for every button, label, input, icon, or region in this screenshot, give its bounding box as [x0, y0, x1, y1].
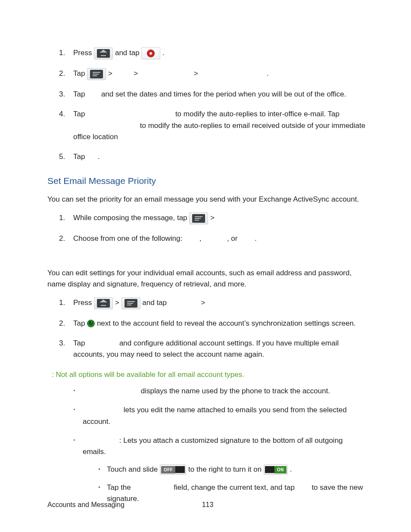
step-1: Press > and tap > [67, 297, 368, 309]
home-icon [94, 47, 113, 59]
text: . [162, 49, 165, 57]
text: Tap [73, 69, 87, 78]
step-3: Tap and set the dates and times for the … [67, 89, 368, 100]
text: > [108, 69, 115, 78]
text: . [267, 69, 269, 78]
menu-list-icon [87, 68, 106, 80]
text: Choose from one of the following: [73, 234, 184, 243]
text: and configure additional account setting… [73, 339, 339, 358]
step-3: Tap and configure additional account set… [67, 338, 368, 361]
text: Tap [73, 90, 87, 98]
step-2: Tap > > > . [67, 68, 368, 80]
bullet-your-name: lets you edit the name attached to email… [73, 404, 368, 427]
text: , or [227, 234, 240, 243]
sync-icon [87, 320, 95, 327]
text: : Lets you attach a customized signature… [83, 436, 343, 456]
text: Tap [73, 152, 87, 161]
text: Press [73, 299, 94, 307]
toggle-on-label: ON [274, 466, 286, 474]
text: Tap [73, 339, 87, 347]
bullet-account-name: displays the name used by the phone to t… [73, 386, 368, 397]
step-1: Press and tap . [67, 47, 368, 59]
text: displays the name used by the phone to t… [141, 387, 330, 395]
step-1: While composing the message, tap > [67, 212, 368, 224]
app-red-circle-icon [141, 47, 160, 59]
text: lets you edit the name attached to email… [83, 406, 347, 425]
text: , [199, 234, 203, 243]
step-5: Tap . [67, 151, 368, 162]
text: While composing the message, tap [73, 214, 189, 222]
home-icon [94, 297, 113, 309]
bullet-list: displays the name used by the phone to t… [47, 386, 368, 505]
text: > [115, 299, 121, 307]
text: Tap the [107, 483, 133, 492]
text: . [290, 465, 292, 473]
text: > [201, 299, 206, 307]
text: to modify the auto-replies to inter-offi… [175, 110, 339, 118]
text: > [210, 214, 215, 222]
text: field, change the current text, and tap [174, 483, 296, 492]
paragraph: You can edit settings for your individua… [47, 268, 368, 290]
text: and tap [115, 49, 141, 57]
text: > [194, 69, 200, 78]
step-2: Tap next to the account field to reveal … [67, 318, 368, 329]
note-text: Not all options will be available for al… [54, 370, 244, 379]
text: to modify the auto-replies to email rece… [73, 121, 365, 141]
steps-list-1: Press and tap . Tap > > > . Ta [47, 47, 368, 163]
steps-list-2: While composing the message, tap > Choos… [47, 212, 368, 244]
text: and tap [142, 299, 168, 307]
toggle-knob [175, 466, 185, 473]
text: > [134, 69, 140, 78]
page-number: 113 [202, 500, 214, 510]
heading-set-priority: Set Email Message Priority [47, 174, 368, 188]
bullet-signature: : Lets you attach a customized signature… [73, 435, 368, 505]
paragraph: You can set the priority for an email me… [47, 194, 368, 205]
text: next to the account field to reveal the … [97, 319, 356, 327]
step-4: Tap to modify the auto-replies to inter-… [67, 109, 368, 143]
menu-list-icon [189, 212, 208, 224]
text: Tap [73, 319, 87, 327]
footer-section-title: Accounts and Messaging [47, 501, 125, 508]
text: . [255, 234, 257, 243]
text: Tap [73, 110, 87, 118]
step-2: Choose from one of the following: , , or… [67, 233, 368, 244]
sub-bullet-toggle: Touch and slide OFF to the right to turn… [98, 464, 368, 475]
sub-bullet-list: Touch and slide OFF to the right to turn… [83, 464, 368, 505]
toggle-on-icon: ON [264, 464, 288, 475]
toggle-knob [265, 466, 274, 473]
note-line: : Not all options will be available for … [52, 369, 368, 380]
text: . [98, 152, 100, 161]
text: Press [73, 49, 94, 57]
menu-list-icon [121, 297, 140, 309]
page-footer: Accounts and Messaging 113 [47, 500, 368, 510]
toggle-off-icon: OFF [160, 464, 187, 475]
steps-list-3: Press > and tap > Tap next to the accoun… [47, 297, 368, 361]
page: Press and tap . Tap > > > . Ta [0, 0, 411, 532]
text: and set the dates and times for the peri… [101, 90, 346, 98]
text: Touch and slide [107, 465, 160, 473]
text: to the right to turn it on [188, 465, 264, 473]
toggle-off-label: OFF [161, 466, 176, 474]
